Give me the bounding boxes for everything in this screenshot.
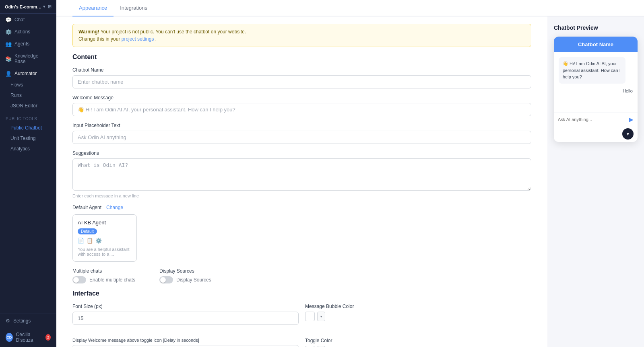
multiple-chats-label: Multiple chats [72, 268, 135, 274]
sidebar-header: Odin's E-commerce ... ▾ ⊞ [0, 0, 56, 14]
sidebar-nav-automator-label: Automator [14, 71, 37, 76]
tabs-bar: Appearance Integrations [56, 0, 644, 16]
welcome-message-group: Welcome Message [72, 95, 531, 116]
sidebar-sub-flows[interactable]: Flows [0, 80, 56, 90]
user-name: Cecilia D'souza [16, 332, 43, 343]
content-section-title: Content [72, 53, 531, 61]
sidebar: Odin's E-commerce ... ▾ ⊞ 💬 Chat ⚙️ Acti… [0, 0, 56, 347]
bot-message: 👋 Hi! I am Odin AI AI, your personal ass… [559, 57, 625, 84]
message-bubble-color-group: Message Bubble Color ▾ [305, 304, 531, 325]
avatar: CD [6, 333, 13, 342]
agent-name: AI KB Agent [78, 220, 132, 226]
display-sources-toggle-row: Display Sources [159, 276, 211, 283]
input-placeholder-input[interactable] [72, 131, 531, 144]
main: Appearance Integrations Warning! Your pr… [56, 0, 644, 347]
suggestions-label: Suggestions [72, 150, 531, 156]
suggestions-hint: Enter each message in a new line [72, 193, 531, 198]
chatbot-preview-header: Chatbot Name [554, 37, 638, 52]
project-settings-link[interactable]: project settings [122, 36, 154, 42]
sidebar-nav-chat[interactable]: 💬 Chat [0, 14, 56, 26]
settings-label: Settings [13, 318, 31, 324]
notification-badge: 2 [45, 334, 51, 341]
sidebar-nav-agents-label: Agents [14, 41, 29, 47]
chatbot-name-label: Chatbot Name [72, 67, 531, 73]
message-bubble-color-label: Message Bubble Color [305, 304, 531, 309]
sidebar-title: Odin's E-commerce ... [5, 4, 43, 9]
agent-doc-icon: 📄 [78, 238, 84, 244]
sidebar-nav-knowledge-base[interactable]: 📚 Knowledge Base [0, 50, 56, 68]
sidebar-nav-actions[interactable]: ⚙️ Actions [0, 26, 56, 38]
user-message: Hello [559, 87, 633, 95]
agent-badge: Default [78, 228, 97, 234]
chatbot-name-input[interactable] [72, 75, 531, 88]
agent-change-link[interactable]: Change [106, 205, 123, 210]
toggles-row: Multiple chats Enable multiple chats Dis… [72, 268, 531, 283]
sidebar-nav-automator[interactable]: 👤 Automator [0, 68, 56, 80]
tab-appearance[interactable]: Appearance [72, 0, 114, 16]
agent-desc: You are a helpful assistant with access … [78, 247, 132, 257]
input-placeholder-label: Input Placeholder Text [72, 123, 531, 128]
agent-icons: 📄 📋 ⚙️ [78, 238, 132, 244]
sidebar-sub-json-editor[interactable]: JSON Editor [0, 101, 56, 111]
default-agent-group: Default Agent Change AI KB Agent Default… [72, 205, 531, 262]
display-welcome-delay-label: Display Welcome message above toggle ico… [72, 338, 299, 343]
suggestions-textarea[interactable] [72, 158, 531, 191]
sidebar-nav-agents[interactable]: 👥 Agents [0, 38, 56, 50]
sidebar-nav-chat-label: Chat [14, 17, 25, 23]
warning-box: Warning! Your project is not public. You… [72, 24, 531, 47]
chat-icon: 💬 [6, 17, 11, 23]
sidebar-settings[interactable]: ⚙ Settings [0, 314, 56, 328]
preview-title: Chatbot Preview [554, 25, 638, 31]
warning-message: Your project is not public. You can't us… [101, 29, 246, 35]
sidebar-nav-kb-label: Knowledge Base [14, 53, 51, 64]
font-size-label: Font Size (px) [72, 304, 299, 309]
message-bubble-color-dropdown[interactable]: ▾ [317, 312, 325, 321]
interface-section-title: Interface [72, 290, 531, 297]
agent-gear-icon: ⚙️ [95, 238, 102, 244]
multiple-chats-toggle[interactable] [72, 276, 86, 283]
automator-icon: 👤 [6, 71, 11, 76]
chevron-down-icon[interactable]: ▾ [43, 4, 45, 9]
default-agent-label: Default Agent [72, 205, 101, 210]
sidebar-footer: ⚙ Settings CD Cecilia D'souza 2 [0, 314, 56, 347]
chatbot-preview: Chatbot Name 👋 Hi! I am Odin AI AI, your… [554, 37, 638, 142]
sidebar-item-public-chatbot[interactable]: Public Chatbot [0, 123, 56, 133]
tab-integrations[interactable]: Integrations [114, 0, 154, 16]
font-size-group: Font Size (px) [72, 304, 299, 325]
sidebar-header-icons: ▾ ⊞ [43, 4, 52, 9]
knowledge-base-icon: 📚 [6, 56, 11, 62]
multiple-chats-toggle-row: Enable multiple chats [72, 276, 135, 283]
chatbot-name-group: Chatbot Name [72, 67, 531, 88]
chatbot-send-button[interactable]: ▶ [629, 116, 634, 123]
chatbot-collapse-button[interactable]: ▼ [622, 128, 634, 140]
agents-icon: 👥 [6, 41, 11, 47]
sidebar-item-analytics[interactable]: Analytics [0, 144, 56, 154]
agent-header: Default Agent Change [72, 205, 531, 210]
agent-card: AI KB Agent Default 📄 📋 ⚙️ You are a hel… [72, 214, 137, 262]
message-bubble-color-picker: ▾ [305, 312, 531, 321]
content-area: Warning! Your project is not public. You… [56, 16, 644, 347]
warning-suffix: . [155, 36, 157, 42]
sidebar-item-unit-testing[interactable]: Unit Testing [0, 133, 56, 144]
display-sources-toggle[interactable] [159, 276, 173, 283]
display-sources-group: Display Sources Display Sources [159, 268, 211, 283]
multiple-chats-group: Multiple chats Enable multiple chats [72, 268, 135, 283]
chatbot-toggle-row: ▼ [554, 126, 638, 142]
sidebar-user[interactable]: CD Cecilia D'souza 2 [0, 328, 56, 347]
display-sources-label: Display Sources [159, 268, 211, 274]
sidebar-section-public-tools: Public Tools [0, 111, 56, 123]
sidebar-sub-runs[interactable]: Runs [0, 90, 56, 101]
display-welcome-delay-group: Display Welcome message above toggle ico… [72, 338, 299, 347]
display-welcome-delay-input[interactable] [72, 345, 299, 347]
interface-grid: Font Size (px) Message Bubble Color ▾ Di… [72, 304, 531, 347]
font-size-input[interactable] [72, 312, 299, 325]
welcome-message-input[interactable] [72, 103, 531, 116]
sidebar-nav-actions-label: Actions [14, 29, 30, 35]
settings-icon: ⚙ [6, 318, 10, 324]
chatbot-input-row: ▶ [554, 113, 638, 126]
message-bubble-color-swatch[interactable] [305, 312, 315, 321]
grid-icon[interactable]: ⊞ [48, 4, 52, 9]
display-sources-knob [160, 277, 166, 283]
chatbot-input[interactable] [558, 117, 629, 122]
multiple-chats-knob [73, 277, 79, 283]
